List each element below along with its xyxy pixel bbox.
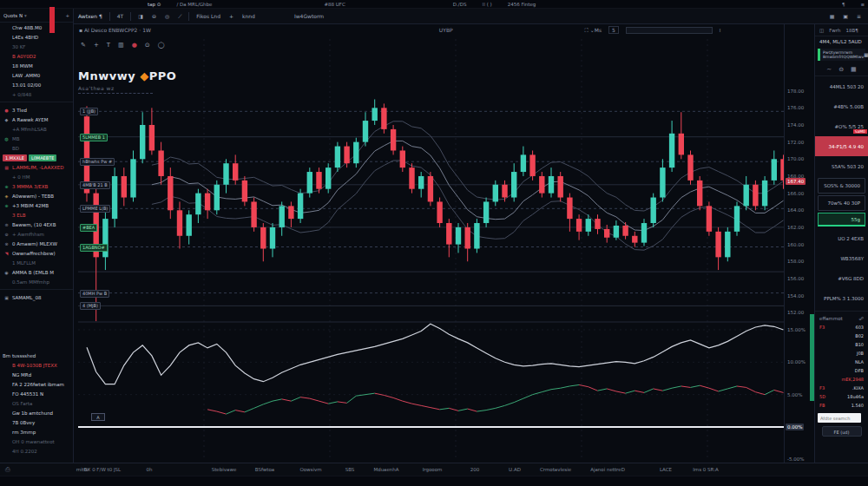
watchlist-row[interactable]: ◍MB: [0, 134, 73, 143]
grid-layout-icon[interactable]: ▦: [830, 13, 835, 19]
watchlist-row[interactable]: ▦L.AMMLfM, -LAAXXED: [0, 162, 73, 172]
count-box[interactable]: 5: [608, 26, 619, 34]
panel-tab[interactable]: ◫: [819, 28, 824, 33]
submit-button[interactable]: FE (ud): [822, 426, 862, 437]
app-brand[interactable]: tap ⊙: [148, 2, 161, 7]
watchlist-row[interactable]: 4H 0.2202: [0, 446, 73, 456]
price-level-label[interactable]: hBhwhs Pw #: [80, 158, 115, 166]
pin-icon[interactable]: ¶: [842, 2, 845, 7]
alert-badge-green[interactable]: L0MAEBTE: [29, 154, 57, 161]
watchlist-row[interactable]: 18 MWM: [0, 61, 73, 70]
watchlist-row[interactable]: BD: [0, 143, 73, 153]
indicator-badge[interactable]: A: [91, 413, 105, 421]
watchlist-row[interactable]: Gw 1b amtchund: [0, 408, 73, 417]
alert-badge-red[interactable]: 1.MXXLE: [3, 154, 27, 161]
watchlist-row[interactable]: ⊜Bawwm, (10 4EXB: [0, 220, 73, 229]
expand-control[interactable]: ~: [826, 66, 832, 73]
watchlist-row[interactable]: LAW .AMM0: [0, 70, 73, 80]
compare-icon[interactable]: ⊖: [152, 13, 156, 19]
watchlist-row[interactable]: FO 445531 N: [0, 389, 73, 398]
layout-label[interactable]: Iw4Gwtorm: [294, 13, 324, 19]
watchlist-row[interactable]: ◥Owwnaffrechbew): [0, 248, 73, 258]
order-row[interactable]: 34-P1/5 4.9 40SaM0: [815, 136, 868, 156]
watchlist-row[interactable]: OH 0 mawnatteot: [0, 437, 73, 446]
watchlist-row[interactable]: L4Es 4BHD: [0, 32, 73, 42]
watchlist-row[interactable]: +A MfmhLSAB: [0, 124, 73, 134]
panel-tab[interactable]: Fwrh: [829, 28, 840, 33]
price-level-label[interactable]: #BEA: [80, 224, 97, 232]
watchlist-badge-row[interactable]: 1.MXXLEL0MAEBTE: [0, 153, 73, 162]
price-level-label[interactable]: 40MH Pw B: [80, 290, 109, 298]
menubar-item-right3[interactable]: 2456 Finteg: [508, 2, 536, 7]
order-row[interactable]: 44ML1 503 20: [815, 76, 868, 96]
order-row[interactable]: 70w% 40 30P: [818, 195, 865, 211]
watchlist-row[interactable]: FA 2 226fwtwt ibmam: [0, 379, 73, 389]
watchlist-row[interactable]: 0.5am MMfmhp: [0, 277, 73, 286]
order-row[interactable]: #4B% 5.00B: [815, 96, 868, 116]
watchlist-row[interactable]: ◉AMMA B (EMLB M: [0, 267, 73, 277]
watchlist-row[interactable]: NG MRd: [0, 370, 73, 379]
chart-type-icon[interactable]: ◨: [138, 13, 143, 19]
watchlist-row[interactable]: + 0 HM: [0, 172, 73, 181]
watchlist-row[interactable]: 3 ELB: [0, 210, 73, 220]
chart-symbol-label[interactable]: ▪ AI Desco ENBWCPP2 · 1W: [79, 27, 151, 33]
add-button[interactable]: +: [229, 13, 233, 19]
alert-button[interactable]: knnd: [242, 13, 255, 19]
price-level-label[interactable]: 4 (MJB): [80, 302, 101, 310]
chevron-down-icon[interactable]: ▾: [24, 13, 27, 18]
order-row[interactable]: #V6G 8DD: [815, 268, 868, 288]
watchlist-row[interactable]: 30 KF: [0, 42, 73, 51]
fullscreen-icon[interactable]: ▣: [843, 13, 848, 19]
line-tool-icon[interactable]: ⟋: [178, 13, 181, 20]
symbol-button[interactable]: Awtxen ¶: [78, 13, 102, 19]
grid-icon[interactable]: ▦: [851, 66, 857, 73]
menubar-item[interactable]: / Da MRL/Ghbe: [176, 2, 212, 7]
watchlist-row[interactable]: B A0Y0D2: [0, 51, 73, 61]
watchlist-row[interactable]: ◆A Rawwk AYEM: [0, 115, 73, 124]
watchlist-row[interactable]: 7B 0Bvey: [0, 417, 73, 427]
watchlist-row[interactable]: ●3 Tled: [0, 105, 73, 115]
menu-icon[interactable]: ≡: [860, 2, 865, 7]
minus-icon[interactable]: ⊖: [838, 66, 844, 73]
order-row[interactable]: S5A% 503 20: [815, 156, 868, 176]
menubar-center-item[interactable]: #88 UFC: [324, 2, 345, 7]
price-chart[interactable]: [78, 39, 784, 463]
price-axis[interactable]: 178.00176.00174.00172.00170.00168.00166.…: [784, 24, 814, 463]
watchlist-row[interactable]: Chw 48B.M0: [0, 23, 73, 32]
interval-button[interactable]: 4T: [117, 13, 123, 19]
order-row[interactable]: WB3568Y: [815, 248, 868, 268]
watchlist-row[interactable]: rm 3mrnp: [0, 427, 73, 437]
watchlist-row[interactable]: ⊚+ Awmfhhsm: [0, 229, 73, 239]
add-symbol-button[interactable]: +: [65, 13, 69, 18]
watchlist-row[interactable]: ⊕3 MMMA 3/EXB: [0, 181, 73, 191]
panel-tab[interactable]: 18B¶: [846, 28, 858, 33]
order-row[interactable]: UO 2 4EXB: [815, 228, 868, 248]
price-level-label[interactable]: LPMME L(B): [80, 205, 110, 213]
price-level-label[interactable]: 5LMMEB 1: [80, 134, 108, 141]
menubar-item-right2[interactable]: ⁞⁞ ( ): [482, 2, 491, 7]
watchlist-row[interactable]: ⊗0 Amawm) MLEXW: [0, 239, 73, 248]
watchlist-row[interactable]: 13.01 02/00: [0, 80, 73, 89]
more-icon[interactable]: ⁞: [720, 27, 721, 33]
watchlist-row[interactable]: ⊕+3 MBIM 42MB: [0, 200, 73, 210]
menubar-item-right1[interactable]: D./DS: [453, 2, 467, 7]
time-axis[interactable]: ⎙ mitteBX 0 F/W t0 JSL0hStebivaweBSfwtoa…: [0, 463, 868, 476]
panel-toggle-icon[interactable]: ⎙: [5, 466, 10, 473]
notice-icon[interactable]: ▦: [864, 52, 868, 57]
notice-box[interactable]: PwQtywrmrwmBmwbmfrtQQWMtwv▦: [818, 49, 865, 61]
dropdown-caret[interactable]: ⌄Ms: [590, 27, 602, 33]
camera-icon[interactable]: ⛶: [585, 27, 589, 33]
watchlist-row[interactable]: ◈A0wwwm) - TEBB: [0, 191, 73, 200]
price-level-label[interactable]: 1 (JJB): [80, 108, 98, 115]
price-level-label[interactable]: 4MB'B 21 B: [80, 181, 110, 189]
quick-search-input[interactable]: [626, 27, 713, 34]
order-row[interactable]: SOS% & 30000: [818, 178, 865, 194]
watchlist-row[interactable]: OS Farta: [0, 398, 73, 408]
watchlist-row[interactable]: 1 MLFLLM: [0, 258, 73, 267]
order-row[interactable]: 55g: [818, 213, 865, 227]
price-level-label[interactable]: 1AGBNO#: [80, 244, 108, 252]
watchlist-row[interactable]: ▣SAMAML_08: [0, 292, 73, 302]
watchlist-row[interactable]: B 4W-1030B JTEXX: [0, 360, 73, 370]
stats-search-input[interactable]: [818, 413, 861, 423]
settings-icon[interactable]: ≡: [857, 13, 861, 19]
